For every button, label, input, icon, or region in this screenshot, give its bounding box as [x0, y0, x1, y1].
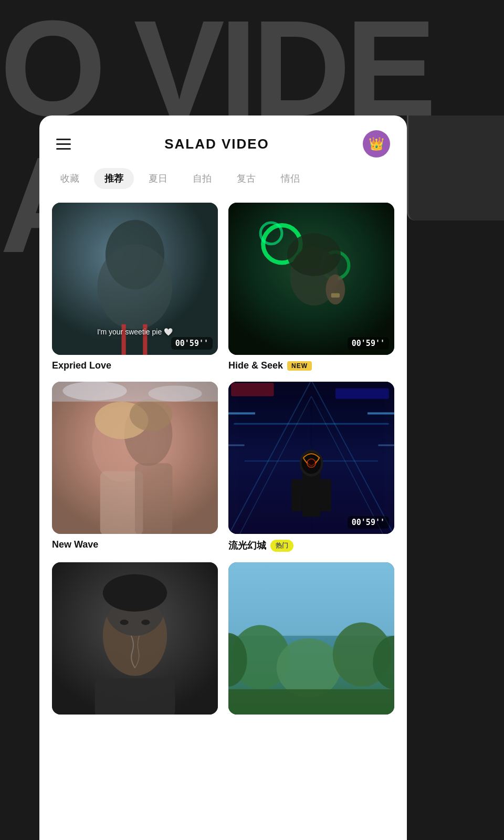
nav-tabs: 收藏 推荐 夏日 自拍 复古 情侣 — [39, 168, 407, 197]
svg-rect-33 — [234, 423, 389, 425]
video-duration: 00'59'' — [348, 516, 389, 529]
svg-rect-39 — [291, 479, 302, 511]
tab-couple[interactable]: 情侣 — [270, 168, 310, 189]
video-thumbnail[interactable]: I'm your sweetie pie 🤍 00'59'' — [52, 203, 218, 355]
main-card: SALAD VIDEO 👑 收藏 推荐 夏日 自拍 复古 情侣 — [39, 116, 407, 840]
video-duration: 00'59'' — [171, 337, 213, 350]
svg-point-38 — [307, 459, 316, 467]
svg-rect-20 — [135, 463, 172, 534]
video-duration: 00'59'' — [348, 337, 389, 350]
svg-point-48 — [141, 620, 150, 625]
video-title: Expried Love — [52, 360, 218, 371]
tab-selfie[interactable]: 自拍 — [182, 168, 222, 189]
crown-button[interactable]: 👑 — [363, 130, 390, 158]
svg-point-22 — [62, 382, 127, 401]
tab-summer[interactable]: 夏日 — [138, 168, 178, 189]
svg-point-18 — [130, 399, 173, 431]
menu-button[interactable] — [56, 139, 71, 150]
svg-rect-32 — [378, 445, 394, 446]
svg-rect-41 — [231, 383, 274, 396]
video-thumbnail[interactable]: 00'59'' — [228, 203, 394, 355]
svg-rect-31 — [228, 445, 245, 446]
list-item[interactable]: I'm your sweetie pie 🤍 00'59'' Expried L… — [52, 203, 218, 371]
svg-point-46 — [103, 574, 167, 612]
video-thumbnail[interactable] — [228, 562, 394, 715]
side-decoration — [407, 116, 504, 220]
svg-point-53 — [277, 638, 341, 697]
video-thumbnail[interactable] — [52, 562, 218, 715]
svg-rect-42 — [335, 388, 389, 398]
svg-point-12 — [326, 275, 345, 304]
crown-icon: 👑 — [369, 136, 384, 151]
svg-rect-49 — [95, 678, 175, 715]
svg-rect-29 — [228, 412, 255, 414]
app-title: SALAD VIDEO — [164, 136, 269, 152]
list-item[interactable]: New Wave — [52, 382, 218, 552]
svg-point-23 — [148, 385, 202, 402]
svg-point-11 — [287, 233, 341, 276]
svg-rect-40 — [320, 479, 331, 511]
badge-new: NEW — [287, 361, 312, 371]
video-thumbnail[interactable] — [52, 382, 218, 534]
tab-recommend[interactable]: 推荐 — [94, 168, 134, 189]
svg-point-47 — [120, 620, 128, 625]
svg-rect-13 — [331, 293, 340, 298]
svg-point-2 — [98, 244, 173, 330]
video-title: Hide & Seek NEW — [228, 360, 394, 371]
svg-rect-57 — [228, 689, 394, 715]
svg-rect-30 — [368, 412, 394, 414]
list-item[interactable] — [52, 562, 218, 715]
list-item[interactable] — [228, 562, 394, 715]
app-header: SALAD VIDEO 👑 — [39, 116, 407, 168]
list-item[interactable]: 00'59'' Hide & Seek NEW — [228, 203, 394, 371]
tab-favorites[interactable]: 收藏 — [50, 168, 90, 189]
video-thumbnail[interactable]: 00'59'' — [228, 382, 394, 534]
badge-hot: 热门 — [270, 540, 293, 552]
tab-retro[interactable]: 复古 — [226, 168, 266, 189]
video-overlay-text: I'm your sweetie pie 🤍 — [52, 328, 218, 336]
video-title: New Wave — [52, 539, 218, 550]
video-grid: I'm your sweetie pie 🤍 00'59'' Expried L… — [39, 197, 407, 720]
video-title: 流光幻城 热门 — [228, 539, 394, 552]
list-item[interactable]: 00'59'' 流光幻城 热门 — [228, 382, 394, 552]
